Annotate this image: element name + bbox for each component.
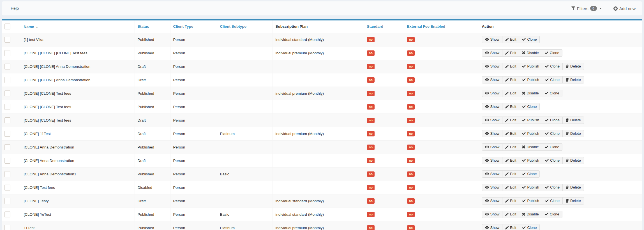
publish-button[interactable]: Publish — [519, 76, 542, 84]
show-button[interactable]: Show — [482, 170, 503, 178]
publish-button[interactable]: Publish — [519, 184, 542, 191]
show-button[interactable]: Show — [482, 76, 503, 84]
row-checkbox[interactable] — [4, 225, 10, 230]
disable-button[interactable]: Disable — [519, 90, 542, 97]
clone-button[interactable]: Clone — [519, 103, 540, 111]
clone-button[interactable]: Clone — [542, 90, 562, 97]
clone-button[interactable]: Clone — [519, 224, 540, 230]
help-link[interactable]: Help — [11, 6, 19, 11]
delete-button[interactable]: Delete — [562, 184, 584, 191]
clone-button[interactable]: Clone — [519, 170, 540, 178]
clone-button[interactable]: Clone — [542, 130, 563, 138]
delete-button[interactable]: Delete — [562, 117, 584, 124]
row-checkbox[interactable] — [4, 131, 10, 137]
clone-button[interactable]: Clone — [542, 76, 563, 84]
action-button-group: ShowEditPublishCloneDelete — [482, 76, 584, 84]
publish-button[interactable]: Publish — [519, 197, 542, 205]
edit-button[interactable]: Edit — [502, 49, 519, 57]
disable-button[interactable]: Disable — [519, 143, 542, 151]
action-button-group: ShowEditPublishCloneDelete — [482, 117, 584, 124]
edit-button[interactable]: Edit — [502, 157, 519, 164]
row-checkbox[interactable] — [4, 37, 10, 43]
publish-button[interactable]: Publish — [519, 157, 542, 164]
edit-button[interactable]: Edit — [502, 143, 519, 151]
clone-button[interactable]: Clone — [542, 63, 563, 70]
delete-button[interactable]: Delete — [562, 63, 584, 70]
delete-button[interactable]: Delete — [562, 157, 584, 164]
row-checkbox[interactable] — [4, 50, 10, 56]
clone-button[interactable]: Clone — [542, 197, 563, 205]
row-checkbox[interactable] — [4, 90, 10, 96]
row-checkbox[interactable] — [4, 171, 10, 177]
edit-button[interactable]: Edit — [502, 36, 519, 43]
client-type-sort-link[interactable]: Client Type — [173, 24, 193, 29]
row-checkbox[interactable] — [4, 104, 10, 110]
edit-button[interactable]: Edit — [502, 63, 519, 70]
status-cell: Published — [135, 87, 170, 100]
eye-icon — [485, 145, 489, 148]
show-button[interactable]: Show — [482, 117, 503, 124]
standard-sort-link[interactable]: Standard — [367, 24, 384, 29]
clone-button[interactable]: Clone — [542, 49, 562, 57]
client-subtype-cell — [217, 100, 273, 113]
show-button[interactable]: Show — [482, 130, 503, 138]
action-button-group: ShowEditDisableClone — [482, 49, 562, 57]
edit-button[interactable]: Edit — [502, 117, 519, 124]
select-all-checkbox[interactable] — [4, 24, 10, 29]
show-button[interactable]: Show — [482, 36, 503, 43]
edit-button[interactable]: Edit — [502, 103, 519, 111]
edit-button[interactable]: Edit — [502, 130, 519, 138]
client-subtype-sort-link[interactable]: Client Subtype — [220, 24, 247, 29]
status-sort-link[interactable]: Status — [138, 24, 149, 29]
clone-button[interactable]: Clone — [542, 157, 563, 164]
disable-button[interactable]: Disable — [519, 211, 542, 218]
edit-button[interactable]: Edit — [502, 211, 519, 218]
show-button[interactable]: Show — [482, 157, 503, 164]
show-button[interactable]: Show — [482, 90, 503, 97]
edit-button[interactable]: Edit — [502, 197, 519, 205]
show-button[interactable]: Show — [482, 224, 503, 230]
clone-button[interactable]: Clone — [542, 184, 563, 191]
row-checkbox[interactable] — [4, 185, 10, 190]
name-sort-link[interactable]: Name↓ — [24, 25, 38, 29]
edit-button[interactable]: Edit — [502, 224, 519, 230]
filters-dropdown[interactable]: Filters 0 — [571, 6, 602, 11]
clone-button[interactable]: Clone — [542, 117, 563, 124]
show-button[interactable]: Show — [482, 184, 503, 191]
clone-button[interactable]: Clone — [542, 211, 562, 218]
action-button-group: ShowEditClone — [482, 103, 540, 111]
edit-button[interactable]: Edit — [502, 76, 519, 84]
show-button[interactable]: Show — [482, 211, 503, 218]
publish-button[interactable]: Publish — [519, 130, 542, 138]
delete-button[interactable]: Delete — [562, 76, 584, 84]
pencil-icon — [505, 132, 509, 135]
external-fee-sort-link[interactable]: External Fee Enabled — [407, 24, 446, 29]
publish-button[interactable]: Publish — [519, 63, 542, 70]
edit-button[interactable]: Edit — [502, 184, 519, 191]
show-button[interactable]: Show — [482, 197, 503, 205]
disable-button[interactable]: Disable — [519, 49, 542, 57]
show-button[interactable]: Show — [482, 63, 503, 70]
delete-button[interactable]: Delete — [562, 197, 584, 205]
clone-button[interactable]: Clone — [542, 143, 562, 151]
row-checkbox[interactable] — [4, 158, 10, 164]
publish-button[interactable]: Publish — [519, 117, 542, 124]
row-checkbox-cell — [2, 73, 21, 87]
client-subtype-cell — [217, 73, 273, 87]
row-checkbox[interactable] — [4, 64, 10, 69]
row-checkbox[interactable] — [4, 212, 10, 217]
row-checkbox[interactable] — [4, 117, 10, 123]
edit-button[interactable]: Edit — [502, 90, 519, 97]
edit-button[interactable]: Edit — [502, 170, 519, 178]
add-new-button[interactable]: Add new — [613, 6, 636, 11]
row-checkbox[interactable] — [4, 144, 10, 150]
standard-badge: no — [367, 171, 375, 177]
table-row: [CLONE] [CLONE] [CLONE] Test feesPublish… — [2, 46, 642, 60]
show-button[interactable]: Show — [482, 143, 503, 151]
show-button[interactable]: Show — [482, 49, 503, 57]
show-button[interactable]: Show — [482, 103, 503, 111]
delete-button[interactable]: Delete — [562, 130, 584, 138]
row-checkbox[interactable] — [4, 77, 10, 83]
row-checkbox[interactable] — [4, 198, 10, 204]
clone-button[interactable]: Clone — [519, 36, 540, 43]
